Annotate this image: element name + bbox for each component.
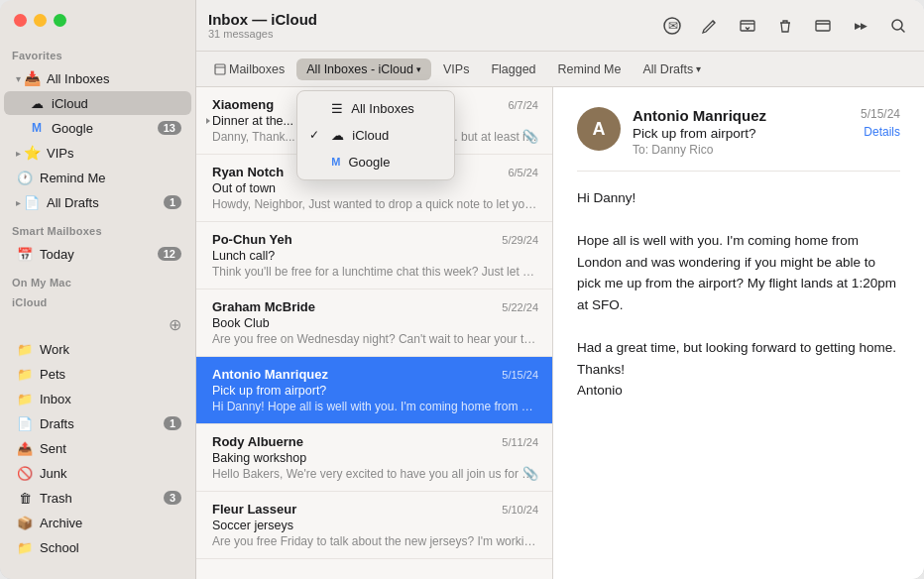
more-actions-button[interactable]: ▸▸: [847, 12, 874, 40]
trash-icon: 🗑: [16, 489, 34, 507]
email-sender: Antonio Manriquez: [212, 367, 494, 382]
trash-action-button[interactable]: [771, 12, 799, 40]
sidebar-item-drafts-folder[interactable]: 📄 Drafts 1: [4, 411, 191, 435]
google-icon: M: [28, 119, 46, 137]
cloud-icon: ☁: [28, 94, 46, 112]
detail-meta: Antonio Manriquez Pick up from airport? …: [633, 107, 861, 157]
sidebar-item-trash[interactable]: 🗑 Trash 3: [4, 486, 191, 510]
archive-icon: 📦: [16, 514, 34, 531]
google-badge: 13: [158, 121, 181, 135]
star-icon: ⭐: [23, 144, 41, 162]
forward-icon: [202, 115, 214, 127]
move-button[interactable]: [809, 12, 837, 40]
email-subject: Soccer jerseys: [212, 519, 538, 532]
email-preview: Howdy, Neighbor, Just wanted to drop a q…: [212, 197, 538, 211]
sidebar-item-vips[interactable]: ▸ ⭐ VIPs: [4, 141, 191, 165]
favorites-label: Favorites: [0, 40, 195, 65]
details-link[interactable]: Details: [864, 125, 900, 139]
tabbar: Mailboxes All Inboxes - iCloud ▾ ☰ All I…: [196, 52, 924, 87]
main-content: Inbox — iCloud 31 messages ✉: [196, 0, 924, 579]
email-detail-pane: A Antonio Manriquez Pick up from airport…: [553, 87, 924, 579]
email-item-4[interactable]: Graham McBride 5/22/24 Book Club Are you…: [196, 290, 552, 357]
search-button[interactable]: [884, 12, 912, 40]
sidebar-item-today[interactable]: 📅 Today 12: [4, 242, 191, 266]
all-inboxes-icon: ☰: [331, 101, 343, 116]
email-date: 5/15/24: [502, 369, 538, 381]
sidebar-item-school[interactable]: 📁 School: [4, 535, 191, 559]
chevron-right-icon: ▸: [16, 148, 21, 159]
tab-all-drafts[interactable]: All Drafts ▾: [634, 58, 712, 80]
detail-sender-name: Antonio Manriquez: [633, 107, 861, 124]
email-sender: Po-Chun Yeh: [212, 232, 494, 247]
add-folder-icon[interactable]: ⊕: [169, 315, 181, 334]
email-preview: Think you'll be free for a lunchtime cha…: [212, 265, 538, 279]
inbox-dropdown-wrapper: All Inboxes - iCloud ▾ ☰ All Inboxes ✓ ☁…: [296, 58, 431, 80]
smart-mailboxes-label: Smart Mailboxes: [0, 215, 195, 241]
sidebar-item-remind-me[interactable]: 🕐 Remind Me: [4, 166, 191, 189]
detail-actions: 5/15/24 Details: [861, 107, 900, 139]
all-drafts-badge: 1: [164, 195, 181, 209]
google-m-icon: M: [331, 156, 340, 168]
sent-icon: 📤: [16, 439, 34, 457]
sidebar-item-all-drafts[interactable]: ▸ 📄 All Drafts 1: [4, 190, 191, 214]
compose-button[interactable]: ✉: [658, 12, 686, 40]
minimize-button[interactable]: [34, 14, 47, 27]
tab-flagged[interactable]: Flagged: [481, 58, 545, 80]
toolbar-subtitle: 31 messages: [208, 28, 650, 40]
email-preview: Are you free on Wednesday night? Can't w…: [212, 332, 538, 346]
email-preview: Are you free Friday to talk about the ne…: [212, 534, 538, 548]
email-item-6[interactable]: Rody Albuerne 5/11/24 Baking workshop He…: [196, 424, 552, 492]
sidebar-item-sent[interactable]: 📤 Sent: [4, 436, 191, 460]
sidebar-item-inbox-folder[interactable]: 📁 Inbox: [4, 387, 191, 410]
sidebar-item-icloud[interactable]: ☁ iCloud: [4, 91, 191, 115]
folder-icon: 📁: [16, 390, 34, 407]
tab-vips[interactable]: VIPs: [433, 58, 479, 80]
on-my-mac-label: On My Mac: [0, 267, 195, 292]
dropdown-google[interactable]: M Google: [297, 149, 454, 175]
chevron-right-icon: ▸: [16, 197, 21, 208]
email-subject: Baking workshop: [212, 451, 538, 465]
new-compose-button[interactable]: [696, 12, 724, 40]
drafts-icon: 📄: [23, 193, 41, 211]
email-date: 5/10/24: [502, 504, 538, 516]
close-button[interactable]: [14, 14, 27, 27]
detail-to: To: Danny Rico: [633, 143, 861, 157]
tab-all-inboxes-icloud[interactable]: All Inboxes - iCloud ▾: [296, 58, 431, 80]
icloud-section-label: iCloud: [0, 292, 195, 312]
tab-remind-me[interactable]: Remind Me: [548, 58, 632, 80]
email-item-5[interactable]: Antonio Manriquez 5/15/24 Pick up from a…: [196, 357, 552, 424]
email-sender: Fleur Lasseur: [212, 502, 494, 517]
email-header: Graham McBride 5/22/24: [212, 299, 538, 314]
school-folder-icon: 📁: [16, 538, 34, 556]
tab-mailboxes[interactable]: Mailboxes: [204, 58, 294, 80]
sidebar-item-archive[interactable]: 📦 Archive: [4, 511, 191, 534]
sidebar-item-google[interactable]: M Google 13: [4, 116, 191, 140]
inbox-dropdown-menu: ☰ All Inboxes ✓ ☁ iCloud M Google: [296, 90, 455, 180]
folder-icon: 📁: [16, 365, 34, 383]
archive-action-button[interactable]: [734, 12, 761, 40]
detail-body: Hi Danny! Hope all is well with you. I'm…: [577, 187, 900, 402]
svg-rect-3: [816, 21, 830, 31]
email-item-3[interactable]: Po-Chun Yeh 5/29/24 Lunch call? Think yo…: [196, 222, 552, 290]
dropdown-icloud[interactable]: ✓ ☁ iCloud: [297, 122, 454, 149]
email-header: Rody Albuerne 5/11/24: [212, 434, 538, 449]
drafts-badge: 1: [164, 416, 181, 430]
sidebar: Favorites ▾ 📥 All Inboxes ☁ iCloud M Goo…: [0, 0, 196, 579]
email-preview: Hi Danny! Hope all is well with you. I'm…: [212, 400, 538, 413]
chevron-down-icon: ▾: [16, 73, 21, 84]
sidebar-item-junk[interactable]: 🚫 Junk: [4, 461, 191, 485]
trash-badge: 3: [164, 491, 181, 505]
sidebar-item-work[interactable]: 📁 Work: [4, 337, 191, 361]
detail-date: 5/15/24: [861, 107, 900, 121]
sidebar-item-all-inboxes[interactable]: ▾ 📥 All Inboxes: [4, 66, 191, 90]
icloud-cloud-icon: ☁: [331, 128, 344, 143]
maximize-button[interactable]: [54, 14, 66, 27]
dropdown-all-inboxes[interactable]: ☰ All Inboxes: [297, 95, 454, 122]
sidebar-item-pets[interactable]: 📁 Pets: [4, 362, 191, 386]
email-item-7[interactable]: Fleur Lasseur 5/10/24 Soccer jerseys Are…: [196, 492, 552, 559]
email-preview: Hello Bakers, We're very excited to have…: [212, 467, 538, 481]
email-date: 5/11/24: [502, 436, 538, 448]
email-date: 6/5/24: [508, 167, 538, 178]
detail-header: A Antonio Manriquez Pick up from airport…: [577, 107, 900, 172]
email-date: 5/22/24: [502, 301, 538, 313]
